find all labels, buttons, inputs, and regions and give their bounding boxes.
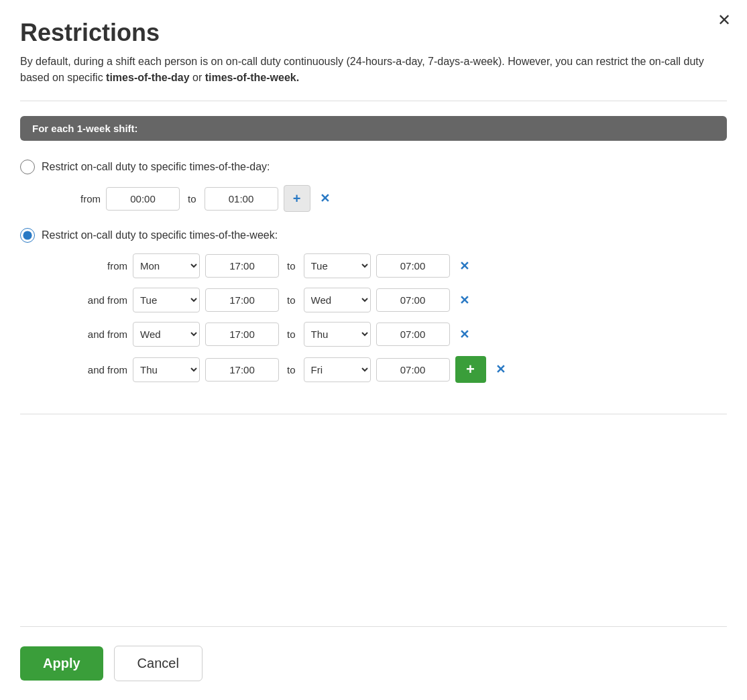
section-time-of-week: Restrict on-call duty to specific times-… — [20, 228, 727, 392]
footer: Apply Cancel — [20, 626, 727, 700]
week-from-day-select[interactable]: MonTueWedThuFriSatSun — [133, 357, 200, 382]
week-from-time-input[interactable] — [205, 358, 279, 382]
from-time-day-input[interactable] — [106, 187, 180, 211]
week-to-label: to — [284, 260, 298, 272]
remove-week-range-button[interactable]: ✕ — [455, 256, 473, 276]
to-time-day-input[interactable] — [205, 187, 278, 211]
week-from-day-select[interactable]: MonTueWedThuFriSatSun — [133, 253, 200, 278]
time-of-day-row: from to + ✕ — [47, 185, 727, 212]
close-button[interactable]: ✕ — [717, 12, 731, 28]
radio-row-time-of-day: Restrict on-call duty to specific times-… — [20, 160, 727, 174]
remove-time-range-button[interactable]: ✕ — [316, 188, 334, 209]
week-to-day-select[interactable]: MonTueWedThuFriSatSun — [304, 288, 371, 312]
radio-row-time-of-week: Restrict on-call duty to specific times-… — [20, 228, 727, 243]
description-middle: or — [190, 72, 205, 83]
add-time-range-button[interactable]: + — [284, 185, 310, 212]
divider-top — [20, 101, 727, 101]
divider-bottom — [20, 414, 727, 414]
restrictions-modal: ✕ Restrictions By default, during a shif… — [0, 0, 747, 700]
week-from-day-select[interactable]: MonTueWedThuFriSatSun — [133, 322, 200, 347]
radio-time-of-week[interactable] — [20, 228, 35, 243]
remove-week-range-button[interactable]: ✕ — [455, 290, 473, 310]
week-to-label: to — [284, 294, 298, 306]
week-from-label: from — [74, 260, 127, 272]
week-to-day-select[interactable]: MonTueWedThuFriSatSun — [304, 253, 371, 278]
description-bold1: times-of-the-day — [106, 72, 189, 83]
radio-time-of-week-label: Restrict on-call duty to specific times-… — [42, 229, 278, 241]
week-time-row: and fromMonTueWedThuFriSatSuntoMonTueWed… — [74, 356, 727, 383]
week-to-time-input[interactable] — [376, 358, 450, 382]
week-time-row: and fromMonTueWedThuFriSatSuntoMonTueWed… — [74, 322, 727, 347]
description-text: By default, during a shift each person i… — [20, 54, 724, 86]
week-from-time-input[interactable] — [205, 254, 279, 278]
from-label-day: from — [47, 193, 101, 205]
week-to-day-select[interactable]: MonTueWedThuFriSatSun — [304, 322, 371, 347]
week-from-time-input[interactable] — [205, 288, 279, 312]
week-time-row: fromMonTueWedThuFriSatSuntoMonTueWedThuF… — [74, 253, 727, 278]
description-bold2: times-of-the-week. — [205, 72, 299, 83]
section-time-of-day: Restrict on-call duty to specific times-… — [20, 160, 727, 221]
week-to-time-input[interactable] — [376, 254, 450, 278]
week-from-label: and from — [74, 364, 127, 375]
week-rows-container: fromMonTueWedThuFriSatSuntoMonTueWedThuF… — [47, 253, 727, 383]
to-label-day: to — [185, 193, 199, 205]
radio-time-of-day[interactable] — [20, 160, 35, 174]
remove-week-range-button[interactable]: ✕ — [492, 359, 510, 380]
week-from-label: and from — [74, 294, 127, 306]
week-from-day-select[interactable]: MonTueWedThuFriSatSun — [133, 288, 200, 312]
week-to-label: to — [284, 329, 298, 340]
week-to-day-select[interactable]: MonTueWedThuFriSatSun — [304, 357, 371, 382]
week-time-row: and fromMonTueWedThuFriSatSuntoMonTueWed… — [74, 288, 727, 312]
remove-week-range-button[interactable]: ✕ — [455, 325, 473, 345]
week-to-label: to — [284, 364, 298, 375]
week-to-time-input[interactable] — [376, 323, 450, 346]
radio-time-of-day-label: Restrict on-call duty to specific times-… — [42, 161, 270, 173]
apply-button[interactable]: Apply — [20, 646, 103, 681]
cancel-button[interactable]: Cancel — [114, 646, 203, 681]
page-title: Restrictions — [20, 19, 727, 47]
week-from-time-input[interactable] — [205, 323, 279, 346]
add-week-range-button[interactable]: + — [455, 356, 486, 383]
week-to-time-input[interactable] — [376, 288, 450, 312]
week-from-label: and from — [74, 329, 127, 340]
shift-badge: For each 1-week shift: — [20, 116, 727, 141]
